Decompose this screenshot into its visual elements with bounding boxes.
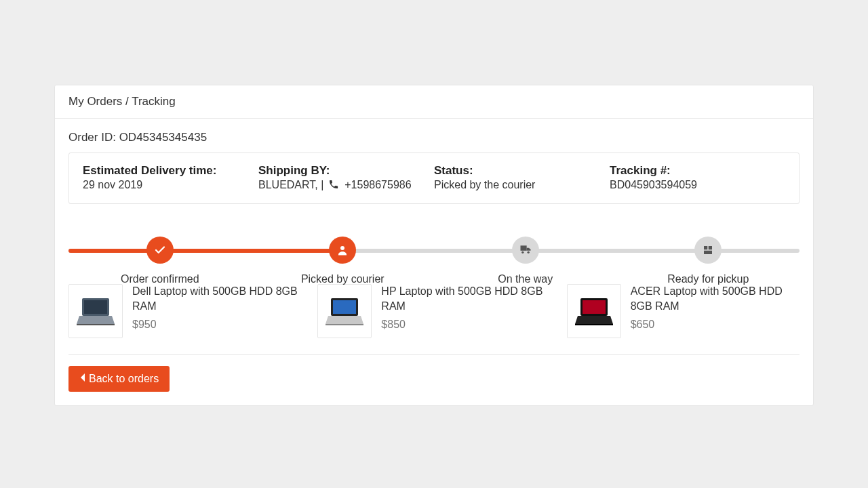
order-items: Dell Laptop with 500GB HDD 8GB RAM $950 …: [68, 284, 800, 355]
svg-rect-7: [84, 300, 107, 314]
product-title: HP Laptop with 500GB HDD 8GB RAM: [381, 284, 550, 314]
product-price: $850: [381, 319, 550, 331]
product-info: HP Laptop with 500GB HDD 8GB RAM $850: [381, 284, 550, 338]
order-id-value: OD45345345435: [119, 131, 208, 144]
delivery-value: 29 nov 2019: [83, 179, 142, 190]
status-value: Picked by the courier: [434, 179, 535, 190]
svg-rect-3: [704, 246, 707, 249]
back-button-label: Back to orders: [89, 373, 159, 385]
delivery-col: Estimated Delivery time: 29 nov 2019: [83, 164, 258, 192]
order-info-box: Estimated Delivery time: 29 nov 2019 Shi…: [68, 152, 800, 204]
svg-point-2: [527, 251, 529, 253]
product-info: Dell Laptop with 500GB HDD 8GB RAM $950: [132, 284, 301, 338]
svg-rect-4: [709, 246, 712, 249]
chevron-left-icon: [79, 373, 86, 385]
phone-icon: [328, 179, 339, 192]
progress-track: Order confirmed Picked by courier On the…: [68, 237, 800, 264]
step-label: Picked by courier: [252, 273, 435, 285]
svg-rect-5: [704, 251, 712, 254]
tracking-value: BD045903594059: [610, 179, 697, 190]
shipping-label: Shipping BY:: [258, 164, 434, 178]
svg-point-1: [521, 251, 524, 253]
product-title: Dell Laptop with 500GB HDD 8GB RAM: [132, 284, 301, 314]
product-price: $950: [132, 319, 301, 331]
svg-point-0: [340, 246, 344, 250]
tracking-card: My Orders / Tracking Order ID: OD4534534…: [54, 85, 814, 406]
step-label: Ready for pickup: [617, 273, 800, 285]
delivery-label: Estimated Delivery time:: [83, 164, 258, 178]
shipping-company: BLUEDART,: [258, 179, 318, 190]
list-item: ACER Laptop with 500GB HDD 8GB RAM $650: [567, 284, 800, 338]
list-item: HP Laptop with 500GB HDD 8GB RAM $850: [317, 284, 550, 338]
product-image: [567, 284, 621, 338]
status-label: Status:: [434, 164, 610, 178]
pipe: |: [321, 179, 327, 190]
step-onway: On the way: [434, 237, 617, 264]
svg-rect-15: [583, 300, 606, 314]
step-ready: Ready for pickup: [617, 237, 800, 264]
product-image: [68, 284, 123, 338]
order-id-label: Order ID:: [68, 131, 116, 144]
shipping-phone: +1598675986: [344, 179, 411, 190]
svg-rect-11: [333, 300, 356, 314]
check-icon: [146, 237, 174, 264]
product-title: ACER Laptop with 500GB HDD 8GB RAM: [631, 284, 800, 314]
box-icon: [694, 237, 722, 264]
product-image: [317, 284, 372, 338]
tracking-label: Tracking #:: [610, 164, 785, 178]
list-item: Dell Laptop with 500GB HDD 8GB RAM $950: [68, 284, 301, 338]
tracking-col: Tracking #: BD045903594059: [610, 164, 785, 192]
svg-marker-8: [77, 316, 115, 324]
product-price: $650: [631, 319, 800, 331]
svg-rect-13: [326, 324, 363, 325]
svg-marker-12: [326, 316, 363, 324]
user-icon: [329, 237, 356, 264]
order-id: Order ID: OD45345345435: [68, 131, 800, 144]
step-confirmed: Order confirmed: [68, 237, 252, 264]
shipping-col: Shipping BY: BLUEDART, | +1598675986: [258, 164, 434, 192]
svg-marker-16: [575, 316, 613, 324]
step-label: Order confirmed: [68, 273, 252, 285]
shipping-value: BLUEDART, | +1598675986: [258, 179, 412, 190]
product-info: ACER Laptop with 500GB HDD 8GB RAM $650: [631, 284, 800, 338]
status-col: Status: Picked by the courier: [434, 164, 610, 192]
step-picked: Picked by courier: [252, 237, 435, 264]
truck-icon: [512, 237, 539, 264]
back-to-orders-button[interactable]: Back to orders: [68, 366, 170, 392]
svg-rect-17: [575, 324, 613, 325]
step-label: On the way: [434, 273, 617, 285]
svg-rect-9: [77, 324, 115, 325]
breadcrumb: My Orders / Tracking: [55, 85, 813, 119]
